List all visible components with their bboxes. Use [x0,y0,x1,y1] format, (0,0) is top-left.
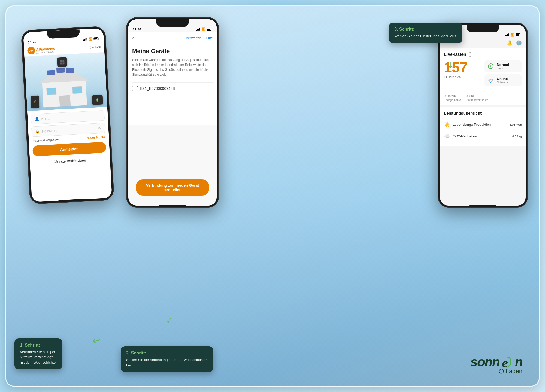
new-account-link[interactable]: Neues Konto [86,135,105,140]
phone3-bottom-bar [469,205,496,206]
energie-value: 0.19kWh [444,93,461,98]
phone2: 11:20 📶 ‹ [126,17,219,208]
co2-left: ☁️ CO2-Reduktion [444,133,477,139]
status-cards: Normal Status [484,60,522,86]
live-title-row: Live-Daten i [444,52,522,57]
produktion-value: 6.03kWh [510,122,522,127]
betrieb-value: 3 Std. [466,93,488,98]
phone2-status-icons: 📶 [196,27,212,31]
verwalten-button[interactable]: Verwalten [186,36,201,40]
phone2-screen: 11:20 📶 ‹ [128,19,217,206]
callout1-body: Verbinden Sie sich per "Direkte Verbindu… [20,349,57,365]
settings-icon[interactable]: ⚙️ [516,40,522,46]
leistung-section: Leistungsübersicht ☀️ Lebenslange Produk… [440,107,526,146]
svg-rect-10 [62,60,64,62]
sonnen-text: sonn e n [470,356,522,369]
sun-icon: ☀️ [444,121,450,127]
svg-rect-5 [47,70,55,75]
energie-block: 0.19kWh Energie heute [444,93,461,102]
svg-rect-7 [66,68,74,74]
cloud-icon: ☁️ [444,133,450,139]
online-status-icon [487,76,495,84]
back-button[interactable]: ‹ [132,35,134,41]
ap-logo-text: APsystems [36,47,55,52]
konto-input[interactable]: 👤 Konto [31,110,105,124]
svg-rect-2 [59,95,71,106]
stats-row: 0.19kWh Energie heute 3 Std. Betriebszei… [444,90,522,102]
signal-icon [83,38,87,41]
svg-point-15 [491,82,491,83]
callout3-body: Wählen Sie das Einstellungs-Menü aus. [394,33,457,39]
online-status-card: Online Netzwerk [484,74,522,86]
forgot-label: Passwort vergessen [32,138,60,142]
info-icon: i [468,52,472,57]
connect-button[interactable]: Verbindung zum neuen Gerät herstellen [136,179,209,196]
device-row: EZ1_E07000007488 [132,82,213,94]
inverter-left: ⚡ [31,95,39,108]
laden-label: Laden [506,368,522,375]
svg-rect-12 [62,62,64,64]
direct-button[interactable]: Direkte Verbindung [33,155,107,167]
meine-title: Meine Geräte [132,48,213,55]
signal-icon2 [196,28,200,31]
callout2-title: 2. Schritt: [126,351,208,356]
svg-point-17 [499,369,504,373]
wifi-icon: 📶 [88,37,93,41]
wifi-icon3: 📶 [510,33,514,37]
ap-language: Deutsch [90,45,101,49]
main-container: 11:20 📶 [5,5,540,387]
login-button[interactable]: Anmelden [32,142,107,157]
normal-label: Normal [497,63,509,67]
passwort-input[interactable]: 🔒 Passwort 👁 [31,123,105,137]
svg-rect-4 [72,86,82,94]
live-header-icons: 🔔 ⚙️ [507,40,522,46]
passwort-placeholder: Passwort [42,126,96,133]
phone2-bottom-bar [159,205,186,206]
sonnen-logo: sonn e n Laden [470,356,522,375]
normal-sub: Status [497,67,509,70]
online-sub: Netzwerk [497,81,508,84]
phone1-screen: 11:20 📶 [23,28,112,202]
phone3-status-icons: 📶 [505,33,521,37]
solar-device-top [57,57,67,67]
konto-placeholder: Konto [41,114,101,121]
svg-marker-1 [39,64,89,83]
online-label: Online [497,77,508,81]
device-name: EZ1_E07000007488 [140,86,175,91]
callout2-body: Stellen Sie die Verbindung zu Ihrem Wech… [126,357,208,368]
battery-icon2 [207,28,212,31]
bell-icon[interactable]: 🔔 [507,40,513,46]
svg-rect-9 [60,60,62,62]
phone1: 11:20 📶 [21,26,114,204]
phone3-notch [467,25,499,32]
svg-point-14 [490,66,491,67]
phone3: 11:20 📶 [438,23,528,208]
power-unit: Leistung (W) [444,75,482,79]
live-section: Live-Daten i 157 Leistung (W) [440,48,526,105]
callout3-title: 3. Schritt: [394,27,457,32]
svg-rect-3 [47,88,56,95]
callout1-title: 1. Schritt: [20,343,57,348]
energie-label: Energie heute [444,99,461,102]
signal-icon3 [505,33,509,36]
leistung-title: Leistungsübersicht [444,111,522,115]
meine-content: Meine Geräte Stellen Sie während der Nut… [128,43,217,125]
svg-rect-11 [60,62,62,64]
produktion-left: ☀️ Lebenslange Produktion [444,121,491,127]
phone1-status-icons: 📶 [83,37,99,41]
co2-row: ☁️ CO2-Reduktion 6.02kg [444,130,522,142]
device-icon2 [132,86,137,91]
house-area: ⚡ 🔋 [25,53,107,111]
eye-icon: 👁 [98,126,102,131]
inverter-right: 🔋 [92,95,103,105]
meine-description: Stellen Sie während der Nutzung der App … [132,57,213,77]
live-title: Live-Daten [444,52,466,57]
plug-icon [499,369,504,374]
hilfe-button[interactable]: Hilfe [206,36,213,40]
callout2: 2. Schritt: Stellen Sie die Verbindung z… [121,346,213,372]
normal-status-icon [487,62,495,70]
co2-label: CO2-Reduktion [453,134,477,138]
betrieb-label: Betriebszeit heute [466,99,488,102]
wifi-icon2: 📶 [201,27,205,31]
battery-icon [93,37,99,40]
